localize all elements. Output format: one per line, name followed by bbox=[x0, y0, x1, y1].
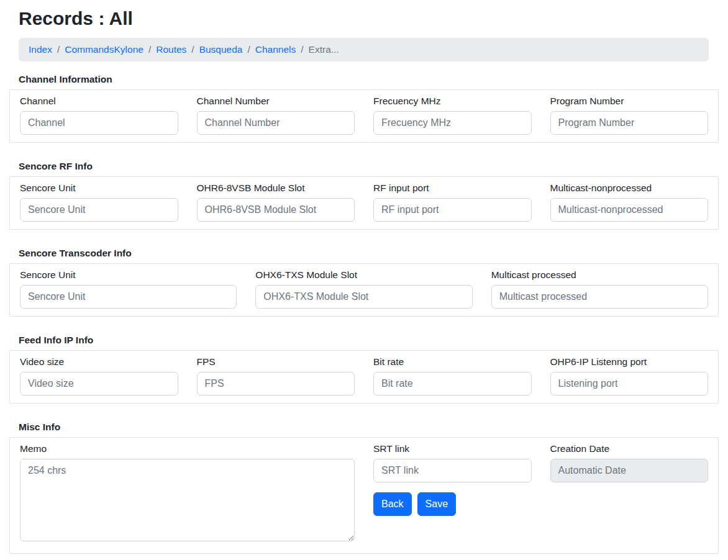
multicast-processed-label: Multicast processed bbox=[491, 269, 708, 281]
back-button[interactable]: Back bbox=[373, 492, 412, 516]
field-memo: Memo bbox=[20, 443, 355, 541]
field-frequency-mhz: Frecuency MHz bbox=[373, 95, 532, 135]
rf-input-port-input[interactable] bbox=[373, 198, 532, 222]
breadcrumb-link-routes[interactable]: Routes bbox=[156, 44, 186, 55]
channel-information-card: Channel Channel Number Frecuency MHz Pro… bbox=[9, 89, 719, 143]
field-srt-link: SRT link Back Save bbox=[373, 443, 532, 541]
misc-info-card: Memo SRT link Back Save Creation Date bbox=[9, 437, 719, 554]
fps-input[interactable] bbox=[197, 372, 355, 395]
rf-input-port-label: RF input port bbox=[373, 182, 532, 194]
sencore-transcoder-unit-label: Sencore Unit bbox=[20, 269, 237, 281]
frequency-mhz-label: Frecuency MHz bbox=[373, 95, 532, 107]
program-number-label: Program Number bbox=[550, 95, 709, 107]
multicast-nonprocessed-input[interactable] bbox=[550, 198, 709, 222]
breadcrumb-separator: / bbox=[242, 44, 255, 55]
section-title-sencore-rf-info: Sencore RF Info bbox=[19, 161, 709, 171]
breadcrumb-link-channels[interactable]: Channels bbox=[255, 44, 296, 55]
save-button[interactable]: Save bbox=[417, 492, 456, 516]
fps-label: FPS bbox=[197, 356, 355, 368]
field-video-size: Video size bbox=[20, 356, 178, 395]
feed-info-ip-info-card: Video size FPS Bit rate OHP6-IP Listenng… bbox=[9, 350, 719, 404]
channel-input[interactable] bbox=[20, 111, 178, 135]
field-channel: Channel bbox=[20, 95, 178, 135]
section-sencore-rf-info: Sencore RF Info Sencore Unit OHR6-8VSB M… bbox=[9, 161, 719, 230]
section-misc-info: Misc Info Memo SRT link Back Save Creati… bbox=[9, 422, 719, 554]
field-creation-date: Creation Date bbox=[550, 443, 709, 541]
channel-number-label: Channel Number bbox=[197, 95, 355, 107]
multicast-processed-input[interactable] bbox=[491, 285, 708, 309]
breadcrumb-current: Extra... bbox=[309, 44, 339, 55]
ohr6-8vsb-module-slot-input[interactable] bbox=[197, 198, 355, 222]
field-ohx6-txs-module-slot: OHX6-TXS Module Slot bbox=[255, 269, 472, 309]
section-title-misc-info: Misc Info bbox=[19, 422, 709, 432]
field-rf-input-port: RF input port bbox=[373, 182, 532, 222]
breadcrumb-separator: / bbox=[52, 44, 65, 55]
sencore-transcoder-unit-input[interactable] bbox=[20, 285, 237, 309]
section-feed-info-ip-info: Feed Info IP Info Video size FPS Bit rat… bbox=[9, 335, 719, 404]
creation-date-label: Creation Date bbox=[550, 443, 709, 455]
breadcrumb-separator: / bbox=[296, 44, 308, 55]
breadcrumb-link-index[interactable]: Index bbox=[29, 44, 52, 55]
sencore-transcoder-info-card: Sencore Unit OHX6-TXS Module Slot Multic… bbox=[9, 263, 719, 317]
ohp6-ip-listening-port-label: OHP6-IP Listenng port bbox=[550, 356, 709, 368]
section-sencore-transcoder-info: Sencore Transcoder Info Sencore Unit OHX… bbox=[9, 248, 719, 317]
page: Records : All Index/CommandsKylone/Route… bbox=[0, 0, 728, 560]
section-title-channel-information: Channel Information bbox=[19, 75, 709, 84]
memo-textarea[interactable] bbox=[20, 459, 355, 541]
field-multicast-nonprocessed: Multicast-nonprocessed bbox=[550, 182, 709, 222]
video-size-label: Video size bbox=[20, 356, 178, 368]
ohx6-txs-module-slot-input[interactable] bbox=[255, 285, 472, 309]
channel-number-input[interactable] bbox=[197, 111, 355, 135]
field-ohr6-8vsb-module-slot: OHR6-8VSB Module Slot bbox=[197, 182, 355, 222]
page-title: Records : All bbox=[19, 7, 719, 30]
video-size-input[interactable] bbox=[20, 372, 178, 395]
field-ohp6-ip-listening-port: OHP6-IP Listenng port bbox=[550, 356, 709, 395]
channel-label: Channel bbox=[20, 95, 178, 107]
field-sencore-transcoder-unit: Sencore Unit bbox=[20, 269, 237, 309]
breadcrumb-separator: / bbox=[143, 44, 156, 55]
srt-link-input[interactable] bbox=[373, 459, 532, 482]
section-title-feed-info-ip-info: Feed Info IP Info bbox=[19, 335, 709, 345]
form-actions: Back Save bbox=[373, 492, 532, 516]
srt-link-label: SRT link bbox=[373, 443, 532, 455]
sencore-rf-unit-label: Sencore Unit bbox=[20, 182, 178, 194]
section-title-sencore-transcoder-info: Sencore Transcoder Info bbox=[19, 248, 709, 258]
frequency-mhz-input[interactable] bbox=[373, 111, 532, 135]
field-sencore-rf-unit: Sencore Unit bbox=[20, 182, 178, 222]
memo-label: Memo bbox=[20, 443, 355, 455]
ohr6-8vsb-module-slot-label: OHR6-8VSB Module Slot bbox=[197, 182, 355, 194]
section-channel-information: Channel Information Channel Channel Numb… bbox=[9, 75, 719, 143]
ohx6-txs-module-slot-label: OHX6-TXS Module Slot bbox=[255, 269, 472, 281]
field-program-number: Program Number bbox=[550, 95, 709, 135]
breadcrumb-link-busqueda[interactable]: Busqueda bbox=[199, 44, 243, 55]
breadcrumb: Index/CommandsKylone/Routes/Busqueda/Cha… bbox=[19, 38, 709, 61]
field-multicast-processed: Multicast processed bbox=[491, 269, 708, 309]
field-channel-number: Channel Number bbox=[197, 95, 355, 135]
multicast-nonprocessed-label: Multicast-nonprocessed bbox=[550, 182, 709, 194]
program-number-input[interactable] bbox=[550, 111, 709, 135]
sencore-rf-unit-input[interactable] bbox=[20, 198, 178, 222]
ohp6-ip-listening-port-input[interactable] bbox=[550, 372, 709, 395]
field-bit-rate: Bit rate bbox=[373, 356, 532, 395]
field-fps: FPS bbox=[197, 356, 355, 395]
bit-rate-label: Bit rate bbox=[373, 356, 532, 368]
creation-date-input bbox=[550, 459, 709, 482]
bit-rate-input[interactable] bbox=[373, 372, 532, 395]
breadcrumb-link-commandskylone[interactable]: CommandsKylone bbox=[65, 44, 143, 55]
breadcrumb-separator: / bbox=[186, 44, 199, 55]
sencore-rf-info-card: Sencore Unit OHR6-8VSB Module Slot RF in… bbox=[9, 176, 719, 230]
